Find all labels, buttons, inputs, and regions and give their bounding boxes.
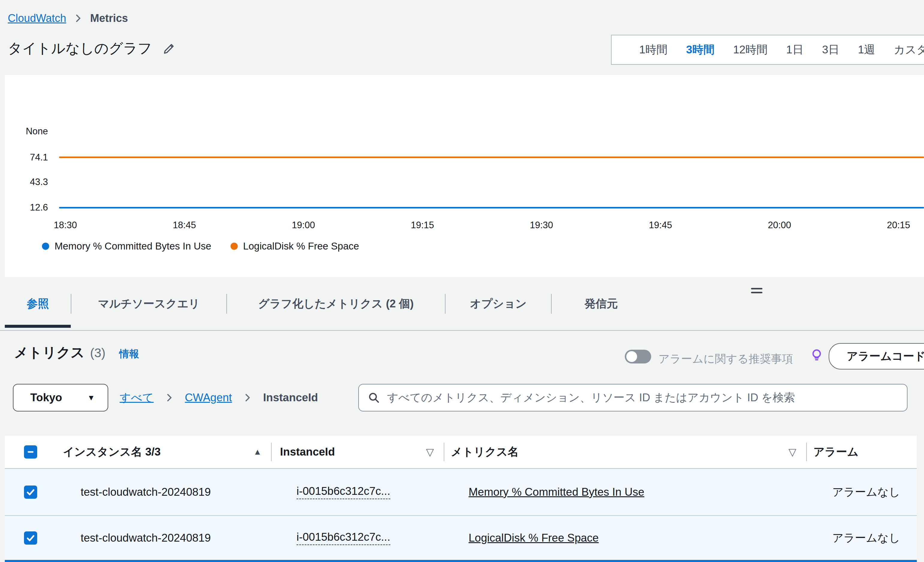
time-range-custom[interactable]: カスタム — [894, 42, 924, 57]
filter-icon[interactable]: ▽ — [789, 446, 796, 458]
column-header-instance-id[interactable]: InstanceId — [280, 446, 335, 458]
toggle-knob — [626, 351, 637, 362]
search-icon — [368, 392, 380, 404]
column-divider[interactable] — [444, 443, 444, 461]
cell-metric-name-link[interactable]: Memory % Committed Bytes In Use — [469, 486, 644, 499]
chevron-down-icon: ▼ — [87, 393, 95, 403]
page-title-row: タイトルなしのグラフ — [8, 39, 176, 58]
legend-item-memory[interactable]: Memory % Committed Bytes In Use — [42, 240, 212, 252]
x-tick: 18:45 — [160, 220, 208, 231]
x-tick: 19:15 — [399, 220, 446, 231]
filter-icon[interactable]: ▽ — [426, 446, 434, 458]
edit-title-button[interactable] — [162, 42, 176, 56]
breadcrumb-metrics: Metrics — [90, 12, 128, 25]
x-tick: 19:45 — [636, 220, 684, 231]
tab-list: 参照 マルチソースクエリ グラフ化したメトリクス (2 個) オプション 発信元 — [5, 277, 651, 330]
table-row: test-cloudwatch-20240819 i-0015b6c312c7c… — [5, 516, 917, 560]
alarm-recommendations-toggle[interactable] — [625, 350, 651, 364]
tab-bar: 参照 マルチソースクエリ グラフ化したメトリクス (2 個) オプション 発信元 — [0, 277, 924, 331]
sort-ascending-icon[interactable]: ▲ — [254, 447, 262, 457]
logicaldisk-free-space-line — [59, 156, 924, 158]
time-range-1d[interactable]: 1日 — [786, 42, 804, 57]
tab-options[interactable]: オプション — [446, 296, 551, 311]
resize-handle-icon[interactable] — [751, 286, 762, 296]
region-dropdown[interactable]: Tokyo ▼ — [13, 384, 108, 412]
chevron-right-icon — [243, 394, 252, 402]
x-tick: 19:30 — [518, 220, 566, 231]
x-tick: 18:30 — [41, 220, 89, 231]
cell-instance-id[interactable]: i-0015b6c312c7c... — [297, 531, 390, 545]
legend-item-logicaldisk[interactable]: LogicalDisk % Free Space — [231, 240, 359, 252]
time-range-12h[interactable]: 12時間 — [733, 42, 768, 57]
chart-panel: None 74.1 43.3 12.6 18:30 18:45 19:00 19… — [5, 75, 924, 277]
metrics-path-breadcrumb: すべて CWAgent InstanceId — [120, 384, 318, 412]
lightbulb-icon[interactable] — [810, 348, 824, 362]
table-bottom-accent — [5, 560, 917, 562]
breadcrumb-cloudwatch[interactable]: CloudWatch — [8, 12, 66, 25]
y-tick: 43.3 — [5, 177, 48, 188]
copy-alarm-code-button[interactable]: アラームコードをコピー — [829, 343, 924, 370]
chevron-right-icon — [165, 394, 174, 402]
chart-legend: Memory % Committed Bytes In Use LogicalD… — [42, 240, 359, 252]
chevron-right-icon — [74, 14, 82, 23]
metrics-section-header: メトリクス (3) 情報 — [14, 343, 139, 362]
y-tick: 12.6 — [5, 202, 48, 213]
cell-metric-name-link[interactable]: LogicalDisk % Free Space — [469, 532, 599, 544]
legend-label: LogicalDisk % Free Space — [243, 240, 359, 252]
x-tick: 20:15 — [874, 220, 922, 231]
breadcrumb: CloudWatch Metrics — [8, 12, 128, 25]
column-header-metric-name[interactable]: メトリクス名 — [451, 445, 519, 460]
cell-alarm-status: アラームなし — [832, 530, 900, 545]
path-cwagent-link[interactable]: CWAgent — [185, 391, 232, 404]
column-divider[interactable] — [806, 443, 807, 461]
row-checkbox[interactable] — [24, 485, 37, 499]
table-row: test-cloudwatch-20240819 i-0015b6c312c7c… — [5, 469, 917, 516]
time-range-3d[interactable]: 3日 — [822, 42, 840, 57]
info-link[interactable]: 情報 — [119, 347, 139, 361]
tab-graphed-metrics[interactable]: グラフ化したメトリクス (2 個) — [227, 296, 445, 311]
column-divider[interactable] — [271, 443, 272, 461]
alarm-recommendations-label: アラームに関する推奨事項 — [658, 352, 793, 367]
metrics-count: (3) — [90, 346, 105, 360]
time-range-selector: 1時間 3時間 12時間 1日 3日 1週 カスタム — [611, 35, 924, 65]
metrics-title: メトリクス — [14, 343, 84, 362]
x-tick: 20:00 — [756, 220, 804, 231]
region-label: Tokyo — [30, 391, 62, 404]
legend-dot-blue-icon — [42, 243, 49, 250]
select-all-checkbox[interactable] — [24, 445, 37, 458]
legend-label: Memory % Committed Bytes In Use — [55, 240, 212, 252]
time-range-1w[interactable]: 1週 — [858, 42, 875, 57]
cell-instance-name: test-cloudwatch-20240819 — [81, 486, 211, 499]
metrics-search — [358, 384, 908, 412]
tab-source[interactable]: 発信元 — [552, 296, 651, 311]
tab-multi-source-query[interactable]: マルチソースクエリ — [71, 296, 226, 311]
cell-alarm-status: アラームなし — [832, 485, 900, 500]
cell-instance-name: test-cloudwatch-20240819 — [81, 532, 211, 544]
search-input[interactable] — [387, 391, 898, 404]
cloudwatch-metrics-page: CloudWatch Metrics タイトルなしのグラフ 1時間 3時間 12… — [0, 0, 924, 562]
time-range-3h[interactable]: 3時間 — [686, 42, 715, 57]
legend-dot-orange-icon — [231, 243, 238, 250]
x-tick: 19:00 — [279, 220, 327, 231]
path-all-link[interactable]: すべて — [120, 390, 154, 405]
path-instanceid: InstanceId — [263, 391, 318, 404]
pencil-icon — [162, 42, 176, 56]
cell-instance-id[interactable]: i-0015b6c312c7c... — [297, 485, 390, 499]
page-title: タイトルなしのグラフ — [8, 39, 152, 58]
tab-browse[interactable]: 参照 — [5, 296, 71, 311]
y-axis-unit-label: None — [5, 126, 48, 137]
row-checkbox[interactable] — [24, 531, 37, 545]
memory-committed-line — [59, 207, 924, 209]
metrics-table: インスタンス名 3/3 ▲ InstanceId ▽ メトリクス名 ▽ アラーム… — [5, 436, 917, 562]
time-range-1h[interactable]: 1時間 — [639, 42, 668, 57]
y-tick: 74.1 — [5, 152, 48, 163]
column-header-instance-name[interactable]: インスタンス名 3/3 — [63, 445, 161, 460]
active-tab-indicator — [5, 325, 71, 328]
column-header-alarm: アラーム — [813, 445, 859, 460]
table-header-row: インスタンス名 3/3 ▲ InstanceId ▽ メトリクス名 ▽ アラーム — [5, 436, 917, 469]
